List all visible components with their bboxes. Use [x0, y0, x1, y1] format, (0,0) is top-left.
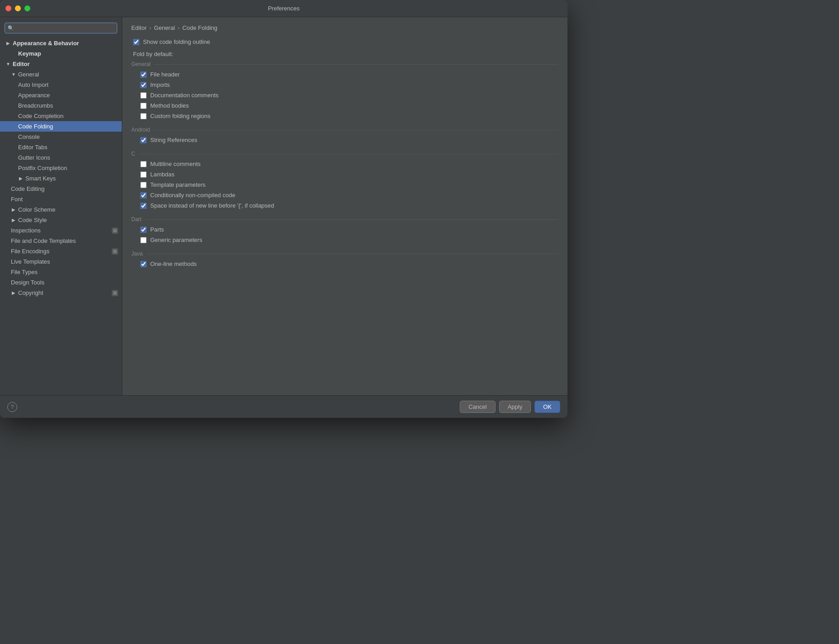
- cancel-button[interactable]: Cancel: [460, 401, 495, 413]
- sidebar-item-code-editing[interactable]: Code Editing: [0, 184, 122, 194]
- template-params-label[interactable]: Template parameters: [150, 181, 205, 188]
- section-c: C Multiline comments Lambdas Template pa…: [131, 151, 558, 209]
- section-c-label: C: [131, 151, 135, 157]
- generic-params-row: Generic parameters: [131, 237, 558, 243]
- generic-params-label[interactable]: Generic parameters: [150, 237, 202, 243]
- sidebar-item-file-code-templates[interactable]: File and Code Templates: [0, 236, 122, 246]
- custom-folding-row: Custom folding regions: [131, 113, 558, 119]
- sidebar-item-file-types[interactable]: File Types: [0, 267, 122, 277]
- close-button[interactable]: [5, 5, 11, 11]
- sidebar-item-breadcrumbs[interactable]: Breadcrumbs: [0, 100, 122, 111]
- chevron-right-icon: ▶: [5, 41, 11, 46]
- section-android-label: Android: [131, 127, 150, 133]
- sidebar-item-label: Code Folding: [18, 123, 53, 130]
- fold-by-default-label: Fold by default:: [133, 51, 558, 57]
- breadcrumb-sep-2: ›: [178, 24, 180, 31]
- sidebar-item-appearance-behavior[interactable]: ▶ Appearance & Behavior: [0, 38, 122, 48]
- method-bodies-label[interactable]: Method bodies: [150, 102, 189, 109]
- section-dart-label: Dart: [131, 216, 142, 223]
- copyright-badge: [112, 290, 118, 296]
- one-line-methods-label[interactable]: One-line methods: [150, 260, 197, 267]
- sidebar-item-code-style[interactable]: ▶ Code Style: [0, 215, 122, 225]
- sidebar-item-code-folding[interactable]: Code Folding: [0, 121, 122, 132]
- sidebar-item-appearance[interactable]: Appearance: [0, 90, 122, 100]
- sidebar-item-console[interactable]: Console: [0, 132, 122, 142]
- apply-button[interactable]: Apply: [499, 401, 531, 413]
- sidebar-item-code-completion[interactable]: Code Completion: [0, 111, 122, 121]
- sidebar-item-label: Inspections: [11, 227, 41, 234]
- space-instead-newline-row: Space instead of new line before '{', if…: [131, 202, 558, 209]
- search-box: 🔍: [5, 23, 117, 33]
- space-instead-newline-checkbox[interactable]: [140, 203, 147, 209]
- sidebar-item-inspections[interactable]: Inspections: [0, 225, 122, 236]
- sidebar-item-font[interactable]: Font: [0, 194, 122, 204]
- lambdas-label[interactable]: Lambdas: [150, 171, 174, 178]
- sidebar-item-general[interactable]: ▼ General: [0, 69, 122, 80]
- sidebar-item-label: Smart Keys: [25, 175, 56, 182]
- file-header-label[interactable]: File header: [150, 71, 180, 78]
- breadcrumb-editor: Editor: [131, 24, 147, 31]
- search-input[interactable]: [5, 23, 117, 33]
- sidebar-item-label: File Encodings: [11, 248, 49, 255]
- one-line-methods-checkbox[interactable]: [140, 261, 147, 267]
- imports-label[interactable]: Imports: [150, 81, 170, 88]
- sidebar-item-label: Design Tools: [11, 279, 44, 286]
- conditionally-non-compiled-label[interactable]: Conditionally non-compiled code: [150, 192, 235, 199]
- sidebar: 🔍 ▶ Appearance & Behavior Keymap ▼ Edito…: [0, 17, 122, 395]
- generic-params-checkbox[interactable]: [140, 237, 147, 243]
- titlebar: Preferences: [0, 0, 567, 17]
- sidebar-item-copyright[interactable]: ▶ Copyright: [0, 288, 122, 298]
- sidebar-item-file-encodings[interactable]: File Encodings: [0, 246, 122, 256]
- sidebar-item-editor-tabs[interactable]: Editor Tabs: [0, 142, 122, 152]
- parts-checkbox[interactable]: [140, 227, 147, 233]
- sidebar-item-postfix-completion[interactable]: Postfix Completion: [0, 163, 122, 173]
- method-bodies-checkbox[interactable]: [140, 103, 147, 109]
- string-references-label[interactable]: String References: [150, 137, 197, 143]
- space-instead-newline-label[interactable]: Space instead of new line before '{', if…: [150, 202, 274, 209]
- sidebar-item-live-templates[interactable]: Live Templates: [0, 256, 122, 267]
- file-header-checkbox[interactable]: [140, 71, 147, 78]
- bottom-bar: ? Cancel Apply OK: [0, 395, 567, 418]
- chevron-down-icon: ▼: [5, 62, 11, 66]
- help-button[interactable]: ?: [7, 402, 17, 412]
- multiline-comments-checkbox[interactable]: [140, 161, 147, 167]
- inspections-badge: [112, 227, 118, 234]
- show-outline-checkbox[interactable]: [133, 39, 139, 45]
- sidebar-item-editor[interactable]: ▼ Editor: [0, 59, 122, 69]
- sidebar-item-label: File Types: [11, 269, 38, 275]
- section-android-divider: [153, 130, 558, 130]
- sidebar-item-gutter-icons[interactable]: Gutter Icons: [0, 152, 122, 163]
- lambdas-checkbox[interactable]: [140, 171, 147, 178]
- conditionally-non-compiled-checkbox[interactable]: [140, 192, 147, 199]
- section-java-header: Java: [131, 251, 558, 257]
- parts-label[interactable]: Parts: [150, 226, 164, 233]
- multiline-comments-row: Multiline comments: [131, 161, 558, 167]
- string-references-checkbox[interactable]: [140, 137, 147, 143]
- ok-button[interactable]: OK: [534, 401, 560, 413]
- fold-by-default-text: Fold by default:: [133, 51, 173, 57]
- multiline-comments-label[interactable]: Multiline comments: [150, 161, 200, 167]
- doc-comments-label[interactable]: Documentation comments: [150, 92, 219, 99]
- sidebar-item-design-tools[interactable]: Design Tools: [0, 277, 122, 288]
- section-general-header: General: [131, 61, 558, 67]
- sidebar-item-label: Live Templates: [11, 258, 50, 265]
- sidebar-item-keymap[interactable]: Keymap: [0, 48, 122, 59]
- minimize-button[interactable]: [15, 5, 21, 11]
- imports-checkbox[interactable]: [140, 82, 147, 88]
- sidebar-item-smart-keys[interactable]: ▶ Smart Keys: [0, 173, 122, 184]
- sidebar-item-color-scheme[interactable]: ▶ Color Scheme: [0, 204, 122, 215]
- template-params-checkbox[interactable]: [140, 182, 147, 188]
- sidebar-item-label: Color Scheme: [18, 206, 55, 213]
- custom-folding-label[interactable]: Custom folding regions: [150, 113, 210, 119]
- sidebar-item-auto-import[interactable]: Auto Import: [0, 80, 122, 90]
- show-outline-label[interactable]: Show code folding outline: [143, 38, 210, 45]
- section-c-header: C: [131, 151, 558, 157]
- custom-folding-checkbox[interactable]: [140, 113, 147, 119]
- section-java-label: Java: [131, 251, 143, 257]
- sidebar-item-label: Postfix Completion: [18, 165, 67, 171]
- doc-comments-checkbox[interactable]: [140, 92, 147, 99]
- maximize-button[interactable]: [24, 5, 30, 11]
- breadcrumb: Editor › General › Code Folding: [131, 24, 558, 31]
- sidebar-item-label: Code Editing: [11, 185, 44, 192]
- chevron-right-icon: ▶: [11, 207, 16, 212]
